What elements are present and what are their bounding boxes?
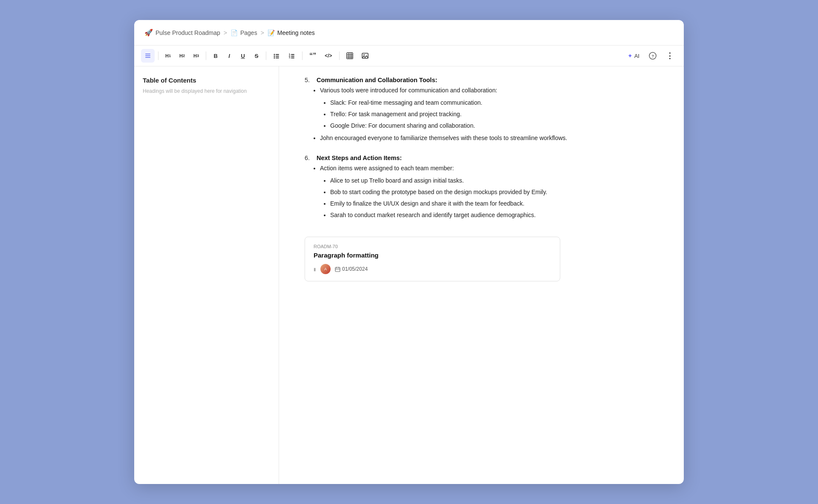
- section-5-subitem-1: Slack: For real-time messaging and team …: [330, 98, 658, 107]
- list-icon: [144, 52, 151, 59]
- svg-rect-12: [291, 56, 294, 57]
- section-5-item-2-list: John encouraged everyone to familiarize …: [320, 134, 658, 143]
- section-6-subitem-3: Emily to finalize the UI/UX design and s…: [330, 199, 658, 208]
- svg-rect-6: [276, 56, 279, 57]
- section-5-nested-list: Slack: For real-time messaging and team …: [330, 98, 658, 130]
- more-options-button[interactable]: ⋮: [662, 50, 677, 62]
- h3-button[interactable]: H3: [190, 50, 202, 62]
- table-button[interactable]: [343, 50, 357, 62]
- toolbar: H1 H2 H3 B I U S 1.2.3. “” </> ✦ AI: [134, 46, 684, 66]
- section-5: 5. Communication and Collaboration Tools…: [305, 77, 658, 143]
- ai-label: AI: [634, 53, 639, 59]
- svg-rect-1: [145, 55, 150, 56]
- linked-card[interactable]: ROADM-70 Paragraph formatting ▮ A 01/05/…: [305, 237, 560, 281]
- section-6-heading-row: 6. Next Steps and Action Items:: [305, 155, 658, 161]
- avatar-text: A: [324, 267, 327, 271]
- page-icon: 📄: [230, 29, 238, 36]
- card-avatar: A: [320, 264, 331, 274]
- image-button[interactable]: [358, 50, 372, 62]
- section-6-nested-list: Alice to set up Trello board and assign …: [330, 176, 658, 220]
- breadcrumb-label-meeting-notes: Meeting notes: [277, 29, 315, 36]
- content-area: Table of Contents Headings will be displ…: [134, 66, 684, 484]
- section-5-item-2: John encouraged everyone to familiarize …: [320, 134, 658, 143]
- toc-toggle-button[interactable]: [141, 49, 155, 63]
- svg-rect-14: [291, 57, 294, 58]
- main-content[interactable]: 5. Communication and Collaboration Tools…: [279, 66, 684, 484]
- svg-rect-15: [347, 53, 353, 59]
- card-date-text: 01/05/2024: [342, 266, 368, 272]
- svg-rect-24: [335, 267, 340, 272]
- section-6-list: Action items were assigned to each team …: [320, 164, 658, 173]
- divider-5: [339, 52, 340, 60]
- svg-rect-4: [276, 54, 279, 55]
- breadcrumb-sep-2: >: [261, 29, 264, 36]
- section-5-item-1: Various tools were introduced for commun…: [320, 86, 658, 95]
- code-button[interactable]: </>: [321, 50, 335, 62]
- svg-rect-8: [276, 57, 279, 58]
- breadcrumb-item-meeting-notes[interactable]: 📝 Meeting notes: [268, 29, 315, 36]
- section-6-subitem-1: Alice to set up Trello board and assign …: [330, 176, 658, 185]
- card-meta: ▮ A 01/05/2024: [314, 264, 551, 274]
- svg-text:3.: 3.: [289, 56, 291, 59]
- quote-button[interactable]: “”: [306, 50, 320, 62]
- section-6: 6. Next Steps and Action Items: Action i…: [305, 155, 658, 220]
- numbered-list-button[interactable]: 1.2.3.: [285, 50, 299, 62]
- svg-point-5: [274, 56, 275, 57]
- strikethrough-button[interactable]: S: [251, 50, 262, 62]
- toc-title: Table of Contents: [143, 77, 270, 84]
- bar-icon: ▮: [314, 267, 316, 272]
- section-5-subitem-2: Trello: For task management and project …: [330, 110, 658, 119]
- svg-text:?: ?: [652, 54, 654, 58]
- divider-2: [206, 52, 206, 60]
- bold-button[interactable]: B: [210, 50, 222, 62]
- underline-button[interactable]: U: [237, 50, 249, 62]
- calendar-icon: [335, 266, 340, 272]
- section-6-subitem-2: Bob to start coding the prototype based …: [330, 188, 658, 197]
- breadcrumb-bar: 🚀 Pulse Product Roadmap > 📄 Pages > 📝 Me…: [134, 20, 684, 46]
- section-5-subitem-3: Google Drive: For document sharing and c…: [330, 121, 658, 130]
- main-window: 🚀 Pulse Product Roadmap > 📄 Pages > 📝 Me…: [134, 20, 684, 484]
- breadcrumb-label-pages: Pages: [240, 29, 257, 36]
- h2-button[interactable]: H2: [176, 50, 188, 62]
- card-title: Paragraph formatting: [314, 252, 551, 259]
- section-5-heading-row: 5. Communication and Collaboration Tools…: [305, 77, 658, 83]
- card-date: 01/05/2024: [335, 266, 368, 272]
- toc-subtitle: Headings will be displayed here for navi…: [143, 88, 270, 94]
- h1-button[interactable]: H1: [162, 50, 174, 62]
- section-6-item-1: Action items were assigned to each team …: [320, 164, 658, 173]
- italic-button[interactable]: I: [223, 50, 235, 62]
- breadcrumb-sep-1: >: [224, 29, 227, 36]
- section-6-number: 6.: [305, 155, 317, 161]
- svg-rect-0: [145, 54, 150, 54]
- svg-rect-2: [145, 57, 150, 58]
- bullet-list-button[interactable]: [270, 50, 283, 62]
- svg-point-7: [274, 57, 275, 59]
- section-5-list: Various tools were introduced for commun…: [320, 86, 658, 95]
- sidebar: Table of Contents Headings will be displ…: [134, 66, 279, 484]
- rocket-icon: 🚀: [144, 29, 153, 37]
- section-5-number: 5.: [305, 77, 317, 83]
- svg-rect-10: [291, 54, 294, 55]
- card-id: ROADM-70: [314, 244, 551, 249]
- ai-button[interactable]: ✦ AI: [624, 51, 643, 61]
- doc-icon: 📝: [268, 29, 275, 36]
- divider-3: [266, 52, 266, 60]
- breadcrumb-label-roadmap: Pulse Product Roadmap: [156, 29, 220, 36]
- svg-point-3: [274, 54, 275, 55]
- breadcrumb-item-roadmap[interactable]: 🚀 Pulse Product Roadmap: [144, 29, 220, 37]
- section-6-subitem-4: Sarah to conduct market research and ide…: [330, 211, 658, 220]
- section-5-heading: Communication and Collaboration Tools:: [317, 77, 437, 83]
- breadcrumb-item-pages[interactable]: 📄 Pages: [230, 29, 257, 36]
- toolbar-right: ✦ AI ? ⋮: [624, 50, 677, 62]
- sparkle-icon: ✦: [628, 52, 633, 59]
- divider-4: [302, 52, 302, 60]
- help-button[interactable]: ?: [645, 50, 660, 62]
- section-6-heading: Next Steps and Action Items:: [317, 155, 402, 161]
- svg-point-21: [363, 54, 365, 56]
- divider-1: [158, 52, 158, 60]
